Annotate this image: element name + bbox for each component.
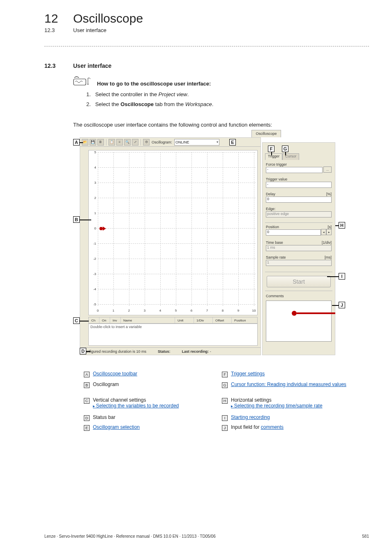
sample-rate-label: Sample rate: [266, 255, 286, 259]
legend-key-d: D: [84, 415, 90, 421]
legend-i-link[interactable]: Starting recording: [231, 414, 270, 420]
legend-a-link[interactable]: Oscilloscope toolbar: [93, 371, 137, 377]
x-tick: 9: [235, 309, 241, 312]
position-right-button[interactable]: ▸: [326, 229, 332, 235]
toolbar-fit-icon[interactable]: ⤢: [132, 139, 138, 146]
callout-f: F: [268, 146, 274, 152]
panel-divider: [265, 291, 332, 291]
oscillogram-plot[interactable]: 5 4 3 2 1 0 -1 -2 -3 -4 -5 0 1 2 3 4 5 6…: [88, 150, 258, 315]
callout-h: H: [339, 222, 345, 229]
legend-c-text: Vertical channel settings: [93, 397, 179, 403]
variable-insert-area[interactable]: Double-click to insert a variable: [88, 324, 258, 346]
force-trigger-input[interactable]: -: [266, 167, 323, 173]
status-bar: Configured recording duration is 10 ms S…: [80, 347, 261, 355]
trigger-value-input[interactable]: -: [266, 182, 332, 188]
edge-select[interactable]: positive edge: [266, 211, 332, 217]
toolbar-settings-icon[interactable]: ⚙: [143, 139, 150, 146]
intro-text: The oscilloscope user interface contains…: [73, 122, 272, 128]
position-left-button[interactable]: ◂: [321, 229, 326, 235]
legend-j-link[interactable]: comments: [261, 424, 284, 430]
footer-left: Lenze · Servo-Inverter 9400 HighLine · R…: [44, 534, 216, 539]
toolbar-separator: [141, 139, 141, 146]
legend-key-e: E: [84, 425, 90, 431]
marker-line-icon: [297, 312, 335, 314]
force-trigger-label: Force trigger: [266, 162, 332, 166]
toolbar-separator: [106, 139, 106, 146]
start-button[interactable]: Start: [267, 276, 331, 287]
legend-h-sublink[interactable]: Selecting the recording time/sample rate: [231, 403, 323, 409]
subsection-number: 12.3: [44, 27, 55, 33]
oscillogram-select[interactable]: ONLINE: [174, 139, 219, 146]
x-tick: 1: [111, 309, 116, 312]
step-1-text-b: .: [187, 91, 189, 97]
y-tick: -5: [90, 303, 96, 306]
legend-key-g: G: [222, 382, 228, 388]
toolbar-save-icon[interactable]: 💾: [90, 139, 96, 146]
col-on: On: [99, 317, 110, 323]
position-input[interactable]: 0: [266, 229, 321, 236]
y-tick: 4: [90, 166, 96, 169]
sample-rate-input[interactable]: 1: [266, 260, 332, 266]
position-unit: [s]: [327, 225, 332, 229]
step-2-text-b: tab from the: [154, 101, 185, 107]
legend-key-i: I: [222, 415, 228, 421]
col-inv: Inv: [110, 317, 121, 323]
legend-key-h: H: [222, 398, 228, 404]
delay-unit: [%]: [326, 192, 332, 196]
col-1div: 1/Div: [194, 317, 213, 323]
y-tick: 3: [90, 181, 96, 185]
comments-label: Comments: [266, 294, 332, 298]
col-position: Position: [232, 317, 255, 323]
trigger-value-label: Trigger value: [266, 177, 332, 181]
timebase-unit: [1/div]: [322, 240, 332, 245]
toolbar-copy-icon[interactable]: 📋: [108, 139, 115, 146]
legend-key-j: J: [222, 425, 228, 431]
x-tick: 4: [157, 309, 163, 312]
position-label: Position: [266, 225, 279, 229]
legend-f-link[interactable]: Trigger settings: [231, 371, 265, 377]
delay-input[interactable]: 0: [266, 197, 332, 203]
step-2-text-a: Select the: [95, 101, 120, 107]
chapter-title: Oscilloscope: [73, 12, 143, 25]
x-tick: 10: [251, 309, 257, 312]
legend-h-text: Horizontal settings: [231, 397, 323, 403]
step-2-bold: Oscilloscope: [120, 101, 154, 107]
divider: [44, 46, 369, 46]
comments-input[interactable]: [266, 301, 332, 342]
toolbar-saveas-icon[interactable]: 🗎: [97, 139, 104, 146]
side-panel: Trigger Cursor Force trigger - ... Trigg…: [262, 142, 335, 355]
x-tick: 6: [189, 309, 194, 312]
callout-j: J: [339, 302, 345, 308]
legend-key-a: A: [84, 372, 90, 377]
panel-divider: [265, 222, 332, 223]
zero-marker[interactable]: [89, 226, 103, 231]
oscilloscope-tab[interactable]: Oscilloscope: [251, 130, 281, 137]
step-1-italic: Project view: [159, 91, 187, 97]
force-trigger-browse-button[interactable]: ...: [323, 166, 332, 173]
step-1-text-a: Select the controller in the: [95, 91, 159, 97]
oscilloscope-screenshot: Oscilloscope 📂 💾 🗎 📋 ≡ 🔍 ⤢ ⚙ Oscillogram…: [73, 130, 348, 355]
col-unit: Unit: [175, 317, 194, 323]
status-config-text: Configured recording duration is 10 ms: [83, 349, 146, 354]
callout-d: D: [80, 348, 86, 354]
panel-divider: [265, 272, 332, 272]
toolbar-list-icon[interactable]: ≡: [116, 139, 123, 146]
trigger-tab[interactable]: Trigger: [265, 153, 282, 160]
toolbar-zoom-icon[interactable]: 🔍: [124, 139, 131, 146]
callout-a: A: [73, 139, 80, 146]
legend-e-link[interactable]: Oscillogram selection: [93, 424, 140, 430]
y-tick: 2: [90, 196, 96, 200]
channel-column-header: Ch On Inv Name Unit 1/Div Offset Positio…: [88, 317, 258, 324]
y-tick: -3: [90, 272, 96, 276]
subsection-title: User interface: [73, 27, 106, 33]
legend-key-c: C: [84, 398, 90, 404]
footer-page-number: 581: [362, 534, 369, 539]
y-tick: -4: [90, 287, 96, 291]
timebase-select[interactable]: 1 ms: [266, 245, 332, 251]
y-tick: 5: [90, 150, 96, 154]
callout-c: C: [73, 317, 80, 324]
step-2-text-c: .: [212, 101, 214, 107]
legend-c-sublink[interactable]: Selecting the variables to be recorded: [93, 403, 179, 409]
legend-g-link[interactable]: Cursor function: Reading individual meas…: [231, 382, 346, 387]
col-ch: Ch: [89, 317, 99, 323]
